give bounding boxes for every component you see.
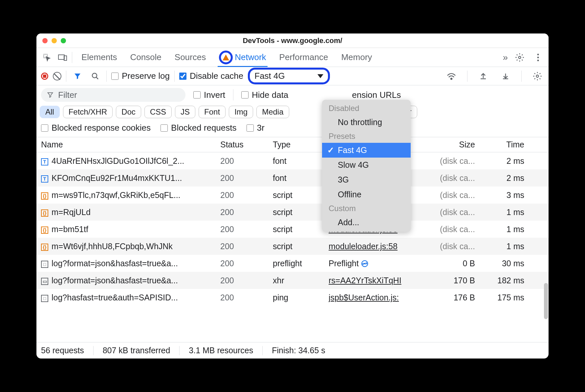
separator (72, 52, 72, 63)
column-time[interactable]: Time (480, 140, 532, 149)
clear-button[interactable] (53, 72, 61, 80)
column-name[interactable]: Name (36, 140, 220, 149)
request-name: KFOmCnqEu92Fr1Mu4mxKKTU1... (52, 173, 182, 183)
network-settings-icon[interactable] (531, 70, 544, 83)
chip-doc[interactable]: Doc (116, 106, 141, 118)
tab-network[interactable]: Network (219, 48, 266, 67)
file-type-icon: {} (41, 192, 48, 200)
inspect-element-icon[interactable] (40, 51, 54, 64)
request-type: script (273, 207, 329, 217)
disable-cache-checkbox[interactable]: Disable cache (179, 71, 243, 81)
request-initiator[interactable]: rs=AA2YrTskXiTqHI (329, 276, 421, 285)
blocked-response-cookies-checkbox[interactable]: Blocked response cookies (41, 123, 151, 133)
separator (106, 71, 107, 82)
request-status: 200 (220, 207, 273, 217)
settings-icon[interactable] (513, 51, 526, 64)
scrollbar[interactable] (544, 283, 548, 319)
table-row[interactable]: {}m=RqjULd 200 script 58 (disk ca... 1 m… (36, 204, 549, 221)
separator (233, 89, 233, 100)
more-menu-icon[interactable] (531, 51, 545, 64)
svg-point-7 (92, 73, 97, 78)
hide-data-label: Hide data (252, 90, 288, 100)
chip-js[interactable]: JS (175, 106, 195, 118)
table-row[interactable]: □log?hasfast=true&auth=SAPISID... 200 pi… (36, 289, 549, 306)
request-name: 4UaRrENHsxJlGDuGo1OIlJfC6l_2... (52, 156, 184, 165)
table-row[interactable]: {}m=bm51tf 200 script moduleloader.js:58… (36, 221, 549, 238)
request-initiator[interactable]: moduleloader.js:58 (329, 242, 421, 251)
filter-toggle-icon[interactable] (71, 70, 84, 83)
upload-har-icon[interactable] (477, 70, 490, 83)
tab-performance[interactable]: Performance (279, 48, 328, 67)
file-type-icon: T (41, 175, 48, 183)
table-row[interactable]: {}m=ws9Tlc,n73qwf,GkRiKb,e5qFL... 200 sc… (36, 186, 549, 204)
request-time: 1 ms (480, 207, 532, 217)
request-type: script (273, 242, 329, 251)
request-size: 170 B (421, 276, 480, 285)
table-row[interactable]: TKFOmCnqEu92Fr1Mu4mxKKTU1... 200 font n3… (36, 169, 549, 186)
dropdown-item-fast-4g[interactable]: Fast 4G (322, 143, 411, 158)
record-button[interactable] (41, 73, 48, 80)
invert-checkbox[interactable]: Invert (193, 90, 225, 100)
tab-elements[interactable]: Elements (81, 48, 117, 67)
request-size: (disk ca... (421, 242, 480, 251)
titlebar: DevTools - www.google.com/ (36, 33, 549, 48)
chip-all[interactable]: All (40, 106, 60, 118)
column-type[interactable]: Type (273, 140, 329, 149)
filter-row: Filter Invert Hide data ension URLs (36, 85, 549, 104)
filter-placeholder: Filter (58, 90, 77, 100)
table-row[interactable]: T4UaRrENHsxJlGDuGo1OIlJfC6l_2... 200 fon… (36, 152, 549, 169)
request-type: ping (273, 293, 329, 302)
request-initiator[interactable]: Preflight (329, 259, 421, 268)
table-row[interactable]: ▭log?format=json&hasfast=true&a... 200 x… (36, 272, 549, 289)
svg-point-3 (519, 56, 521, 58)
dropdown-section-disabled: Disabled (322, 102, 411, 115)
column-size[interactable]: Size (421, 140, 480, 149)
dropdown-item-slow-4g[interactable]: Slow 4G (322, 158, 411, 172)
column-status[interactable]: Status (220, 140, 273, 149)
table-row[interactable]: □log?format=json&hasfast=true&a... 200 p… (36, 255, 549, 272)
dropdown-item-no-throttling[interactable]: No throttling (322, 115, 411, 130)
tab-sources[interactable]: Sources (175, 48, 206, 67)
dropdown-caret-icon (317, 74, 323, 78)
request-time: 3 ms (480, 190, 532, 200)
throttling-select[interactable]: Fast 4G (248, 68, 330, 84)
tab-memory[interactable]: Memory (341, 48, 372, 67)
chip-img[interactable]: Img (229, 106, 253, 118)
file-type-icon: T (41, 158, 48, 165)
search-icon[interactable] (89, 70, 102, 83)
dropdown-section-custom: Custom (322, 202, 411, 215)
dropdown-item-offline[interactable]: Offline (322, 187, 411, 202)
chip-font[interactable]: Font (199, 106, 226, 118)
hide-data-checkbox[interactable]: Hide data (241, 90, 288, 100)
request-type: preflight (273, 259, 329, 268)
file-type-icon: □ (41, 295, 48, 302)
chip-fetch-xhr[interactable]: Fetch/XHR (63, 106, 113, 118)
request-initiator[interactable]: jspb$UserAction.js: (329, 293, 421, 302)
preserve-log-checkbox[interactable]: Preserve log (111, 71, 170, 81)
network-conditions-icon[interactable] (445, 70, 458, 83)
request-size: 0 B (421, 259, 480, 268)
more-tabs-icon[interactable]: » (503, 52, 508, 63)
chip-media[interactable]: Media (256, 106, 289, 118)
request-type: xhr (273, 276, 329, 285)
table-row[interactable]: {}m=Wt6vjf,hhhU8,FCpbqb,WhJNk 200 script… (36, 238, 549, 255)
filter-input[interactable]: Filter (41, 88, 185, 102)
request-table-body: T4UaRrENHsxJlGDuGo1OIlJfC6l_2... 200 fon… (36, 152, 549, 306)
dropdown-item-3g[interactable]: 3G (322, 172, 411, 187)
blocked-requests-label: Blocked requests (171, 123, 236, 133)
request-status: 200 (220, 293, 273, 302)
request-time: 2 ms (480, 173, 532, 183)
dropdown-section-presets: Presets (322, 130, 411, 143)
request-status: 200 (220, 259, 273, 268)
dropdown-item-add[interactable]: Add... (322, 215, 411, 230)
request-size: (disk ca... (421, 173, 480, 183)
tab-console[interactable]: Console (130, 48, 161, 67)
blocked-requests-checkbox[interactable]: Blocked requests (161, 123, 236, 133)
resource-type-chips: All Fetch/XHR Doc CSS JS Font Img Media … (36, 104, 549, 121)
svg-point-5 (537, 56, 539, 58)
throttling-dropdown: Disabled No throttling Presets Fast 4G S… (322, 100, 411, 232)
third-party-checkbox[interactable]: 3r (247, 123, 265, 133)
download-har-icon[interactable] (499, 70, 512, 83)
toggle-device-icon[interactable] (56, 51, 69, 64)
chip-css[interactable]: CSS (144, 106, 172, 118)
